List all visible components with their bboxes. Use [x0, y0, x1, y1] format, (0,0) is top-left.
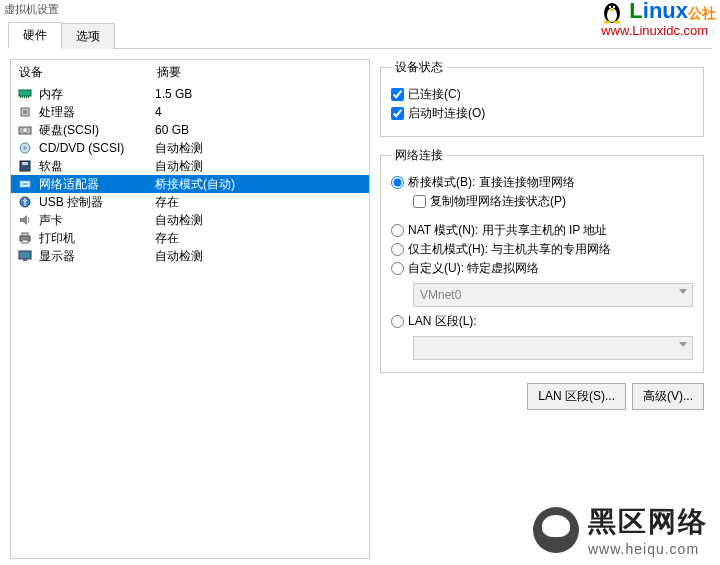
connect-at-power-checkbox[interactable]: 启动时连接(O) — [391, 105, 693, 122]
device-status-group: 设备状态 已连接(C) 启动时连接(O) — [380, 59, 704, 137]
device-status-legend: 设备状态 — [391, 59, 447, 76]
device-row-cd[interactable]: CD/DVD (SCSI)自动检测 — [11, 139, 369, 157]
device-name: USB 控制器 — [39, 194, 155, 211]
display-icon — [17, 249, 33, 263]
svg-point-3 — [613, 6, 615, 8]
memory-icon — [17, 87, 33, 101]
device-name: 软盘 — [39, 158, 155, 175]
device-row-network[interactable]: 网络适配器桥接模式(自动) — [11, 175, 369, 193]
device-name: 内存 — [39, 86, 155, 103]
device-name: 硬盘(SCSI) — [39, 122, 155, 139]
svg-rect-28 — [22, 240, 28, 243]
tab-hardware[interactable]: 硬件 — [8, 22, 62, 49]
svg-rect-27 — [22, 233, 28, 236]
bridged-radio[interactable]: 桥接模式(B): 直接连接物理网络 — [391, 174, 693, 191]
device-name: 显示器 — [39, 248, 155, 265]
tab-options[interactable]: 选项 — [61, 23, 115, 49]
lan-segment-radio[interactable]: LAN 区段(L): — [391, 313, 693, 330]
cpu-icon — [17, 105, 33, 119]
chevron-down-icon — [679, 342, 687, 347]
svg-rect-14 — [23, 110, 27, 114]
device-name: 声卡 — [39, 212, 155, 229]
device-summary: 桥接模式(自动) — [155, 176, 363, 193]
cd-icon — [17, 141, 33, 155]
device-name: 网络适配器 — [39, 176, 155, 193]
device-summary: 4 — [155, 105, 363, 119]
device-summary: 存在 — [155, 230, 363, 247]
nat-radio[interactable]: NAT 模式(N): 用于共享主机的 IP 地址 — [391, 222, 693, 239]
top-watermark: Linux公社 www.Linuxidc.com — [601, 0, 716, 37]
device-row-floppy[interactable]: 软盘自动检测 — [11, 157, 369, 175]
device-summary: 60 GB — [155, 123, 363, 137]
svg-rect-9 — [22, 96, 23, 98]
svg-rect-20 — [22, 162, 28, 165]
device-name: CD/DVD (SCSI) — [39, 141, 155, 155]
svg-rect-7 — [19, 90, 31, 96]
device-name: 处理器 — [39, 104, 155, 121]
device-summary: 自动检测 — [155, 212, 363, 229]
connected-checkbox[interactable]: 已连接(C) — [391, 86, 693, 103]
svg-rect-8 — [20, 96, 21, 98]
svg-rect-22 — [22, 183, 28, 185]
device-name: 打印机 — [39, 230, 155, 247]
svg-rect-29 — [19, 251, 31, 259]
device-row-memory[interactable]: 内存1.5 GB — [11, 85, 369, 103]
device-summary: 自动检测 — [155, 140, 363, 157]
svg-point-2 — [609, 6, 611, 8]
device-list-pane: 设备 摘要 内存1.5 GB处理器4硬盘(SCSI)60 GBCD/DVD (S… — [10, 59, 370, 559]
device-row-cpu[interactable]: 处理器4 — [11, 103, 369, 121]
usb-icon — [17, 195, 33, 209]
device-summary: 自动检测 — [155, 158, 363, 175]
svg-point-4 — [610, 9, 614, 11]
device-summary: 存在 — [155, 194, 363, 211]
lan-segment-select — [413, 332, 693, 360]
hostonly-radio[interactable]: 仅主机模式(H): 与主机共享的专用网络 — [391, 241, 693, 258]
network-legend: 网络连接 — [391, 147, 447, 164]
custom-radio[interactable]: 自定义(U): 特定虚拟网络 — [391, 260, 693, 277]
svg-rect-12 — [28, 96, 29, 98]
svg-rect-11 — [26, 96, 27, 98]
footer-watermark: 黑区网络 www.heiqu.com — [533, 503, 708, 557]
vmnet-select — [413, 279, 693, 307]
chevron-down-icon — [679, 289, 687, 294]
advanced-button[interactable]: 高级(V)... — [632, 383, 704, 410]
network-icon — [17, 177, 33, 191]
device-row-disk[interactable]: 硬盘(SCSI)60 GB — [11, 121, 369, 139]
lan-segments-button[interactable]: LAN 区段(S)... — [527, 383, 626, 410]
device-summary: 1.5 GB — [155, 87, 363, 101]
svg-point-18 — [24, 147, 26, 149]
svg-point-16 — [23, 128, 28, 133]
floppy-icon — [17, 159, 33, 173]
device-row-printer[interactable]: 打印机存在 — [11, 229, 369, 247]
printer-icon — [17, 231, 33, 245]
mushroom-icon — [533, 507, 579, 553]
sound-icon — [17, 213, 33, 227]
device-list-header: 设备 摘要 — [11, 60, 369, 85]
svg-rect-10 — [24, 96, 25, 98]
tux-icon — [601, 0, 623, 24]
device-row-sound[interactable]: 声卡自动检测 — [11, 211, 369, 229]
device-summary: 自动检测 — [155, 248, 363, 265]
replicate-checkbox[interactable]: 复制物理网络连接状态(P) — [413, 193, 693, 210]
svg-rect-24 — [20, 218, 23, 222]
svg-marker-25 — [23, 215, 27, 225]
device-row-display[interactable]: 显示器自动检测 — [11, 247, 369, 265]
network-connection-group: 网络连接 桥接模式(B): 直接连接物理网络 复制物理网络连接状态(P) NAT… — [380, 147, 704, 373]
device-row-usb[interactable]: USB 控制器存在 — [11, 193, 369, 211]
svg-rect-30 — [23, 259, 27, 261]
disk-icon — [17, 123, 33, 137]
